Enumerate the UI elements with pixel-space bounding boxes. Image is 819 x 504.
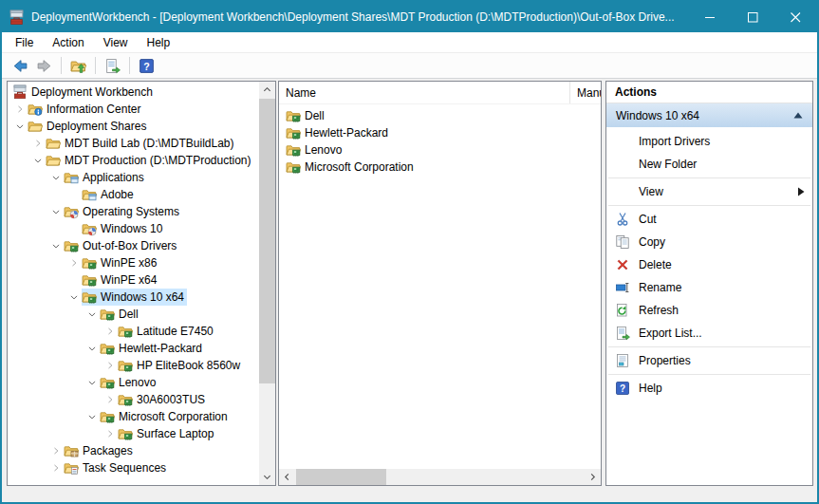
chevron-expanded-icon[interactable] xyxy=(48,238,64,253)
action-new-folder[interactable]: New Folder xyxy=(606,153,812,176)
tree-node-mdt-production-d-mdtproduction[interactable]: MDT Production (D:\MDTProduction) xyxy=(46,152,254,169)
tree-row: Lenovo xyxy=(8,374,259,391)
tree-label: Latitude E7450 xyxy=(135,324,216,340)
chevron-expanded-icon[interactable] xyxy=(84,409,100,424)
tree-node-lenovo[interactable]: Lenovo xyxy=(100,374,158,391)
actions-pane-title: Actions xyxy=(606,82,812,103)
scroll-up-arrow[interactable] xyxy=(259,82,275,98)
maximize-button[interactable] xyxy=(732,2,774,32)
submenu-arrow-icon xyxy=(797,187,805,196)
tree-node-deployment-shares[interactable]: Deployment Shares xyxy=(28,118,149,135)
column-header-name[interactable]: Name xyxy=(279,82,570,103)
tree-node-deployment-workbench[interactable]: Deployment Workbench xyxy=(12,84,156,101)
tree-node-mdt-build-lab-d-mdtbuildlab[interactable]: MDT Build Lab (D:\MDTBuildLab) xyxy=(46,135,237,152)
title-bar: DeploymentWorkbench - [Deployment Workbe… xyxy=(2,2,817,32)
tree-node-operating-systems[interactable]: Operating Systems xyxy=(64,203,182,220)
tree-label: HP EliteBook 8560w xyxy=(135,358,243,374)
tree-label: Lenovo xyxy=(117,375,158,391)
scrollbar-thumb[interactable] xyxy=(296,469,386,485)
scroll-down-arrow[interactable] xyxy=(259,469,275,485)
driver-folder-icon xyxy=(286,108,303,123)
tree-row: Windows 10 xyxy=(8,220,259,237)
action-view[interactable]: View xyxy=(606,180,812,203)
tree-node-hp-elitebook-8560w[interactable]: HP EliteBook 8560w xyxy=(118,357,243,374)
action-delete[interactable]: Delete xyxy=(606,253,812,276)
tree-node-hewlett-packard[interactable]: Hewlett-Packard xyxy=(100,340,205,357)
action-copy[interactable]: Copy xyxy=(606,231,812,253)
tree-node-windows-10[interactable]: Windows 10 xyxy=(82,220,165,237)
chevron-expanded-icon[interactable] xyxy=(66,289,82,305)
tree-node-information-center[interactable]: Information Center xyxy=(28,101,143,118)
chevron-collapsed-icon[interactable] xyxy=(102,392,118,407)
tree-row: HP EliteBook 8560w xyxy=(8,357,259,374)
actions-group-header[interactable]: Windows 10 x64 xyxy=(606,103,812,127)
tree-label: 30A6003TUS xyxy=(135,392,208,408)
chevron-expanded-icon[interactable] xyxy=(12,119,28,134)
menu-file[interactable]: File xyxy=(6,33,43,52)
list-item-microsoft-corporation[interactable]: Microsoft Corporation xyxy=(279,159,601,176)
window-controls xyxy=(689,2,817,32)
tree-node-surface-laptop[interactable]: Surface Laptop xyxy=(118,425,216,442)
close-button[interactable] xyxy=(774,2,817,32)
chevron-collapsed-icon[interactable] xyxy=(102,324,118,339)
up-folder-button[interactable] xyxy=(66,55,90,77)
forward-arrow-button[interactable] xyxy=(32,55,56,77)
chevron-collapsed-icon[interactable] xyxy=(48,443,64,458)
menu-view[interactable]: View xyxy=(94,33,138,52)
driver-folder-icon xyxy=(118,358,135,373)
column-header-manu[interactable]: Manu xyxy=(570,82,601,103)
tree-label: Operating Systems xyxy=(81,204,182,220)
menu-action[interactable]: Action xyxy=(43,33,93,52)
minimize-button[interactable] xyxy=(689,2,732,32)
tree-node-winpe-x86[interactable]: WinPE x86 xyxy=(82,254,159,271)
chevron-collapsed-icon[interactable] xyxy=(102,426,118,441)
action-rename[interactable]: Rename xyxy=(606,276,812,299)
chevron-expanded-icon[interactable] xyxy=(84,307,100,322)
tree-node-out-of-box-drivers[interactable]: Out-of-Box Drivers xyxy=(64,237,179,254)
tree-row: Latitude E7450 xyxy=(8,323,259,340)
chevron-expanded-icon[interactable] xyxy=(48,170,64,185)
action-import-drivers[interactable]: Import Drivers xyxy=(606,130,812,153)
tree-row: Hewlett-Packard xyxy=(8,340,259,357)
scroll-right-arrow[interactable] xyxy=(585,469,601,485)
list-item-dell[interactable]: Dell xyxy=(279,107,601,124)
app-toolbox-icon[interactable] xyxy=(9,9,25,26)
tree-node-30a6003tus[interactable]: 30A6003TUS xyxy=(118,391,208,408)
chevron-expanded-icon[interactable] xyxy=(30,153,46,168)
list-item-hewlett-packard[interactable]: Hewlett-Packard xyxy=(279,124,601,141)
chevron-collapsed-icon[interactable] xyxy=(30,136,46,151)
action-properties[interactable]: Properties xyxy=(606,349,812,372)
chevron-expanded-icon[interactable] xyxy=(48,204,64,219)
help-icon: ? xyxy=(139,58,155,74)
chevron-expanded-icon[interactable] xyxy=(84,341,100,356)
tree-node-microsoft-corporation[interactable]: Microsoft Corporation xyxy=(100,408,231,425)
chevron-expanded-icon[interactable] xyxy=(84,375,100,390)
back-arrow-button[interactable] xyxy=(9,55,32,77)
delete-icon xyxy=(615,257,631,272)
chevron-collapsed-icon[interactable] xyxy=(102,358,118,373)
export-list-button[interactable] xyxy=(101,55,124,77)
action-cut[interactable]: Cut xyxy=(606,208,812,231)
menu-help[interactable]: Help xyxy=(138,33,180,52)
tree-node-windows-10-x64[interactable]: Windows 10 x64 xyxy=(82,289,187,306)
tree-node-winpe-x64[interactable]: WinPE x64 xyxy=(82,271,159,289)
tree-node-packages[interactable]: Packages xyxy=(64,442,136,459)
chevron-collapsed-icon[interactable] xyxy=(48,460,64,476)
tree-node-task-sequences[interactable]: Task Sequences xyxy=(64,459,169,476)
collapse-group-icon[interactable] xyxy=(793,111,803,120)
refresh-icon xyxy=(615,303,631,318)
tree-node-dell[interactable]: Dell xyxy=(100,306,141,323)
help-button[interactable]: ? xyxy=(135,55,158,77)
tree-node-latitude-e7450[interactable]: Latitude E7450 xyxy=(118,323,216,340)
scroll-left-arrow[interactable] xyxy=(279,469,295,485)
scrollbar-thumb[interactable] xyxy=(259,99,275,383)
list-item-lenovo[interactable]: Lenovo xyxy=(279,141,601,159)
chevron-collapsed-icon[interactable] xyxy=(66,255,82,271)
action-help[interactable]: ?Help xyxy=(606,377,812,400)
tree-node-adobe[interactable]: Adobe xyxy=(82,186,137,203)
chevron-collapsed-icon[interactable] xyxy=(12,102,28,117)
tree-row: Packages xyxy=(8,442,259,459)
action-refresh[interactable]: Refresh xyxy=(606,299,812,322)
action-export-list[interactable]: Export List... xyxy=(606,322,812,345)
tree-node-applications[interactable]: Applications xyxy=(64,169,147,186)
